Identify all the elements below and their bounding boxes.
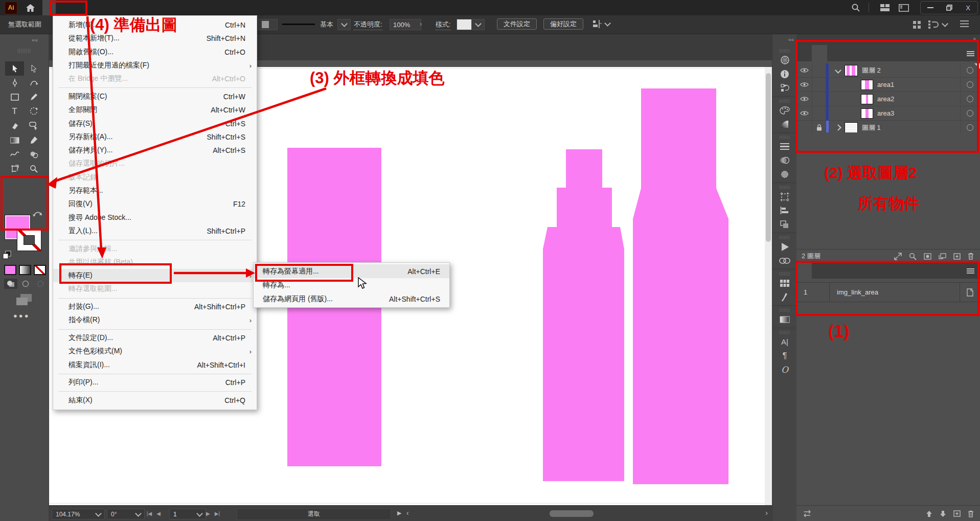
scroll-left-icon[interactable]: ‹ [406,509,409,517]
artboard-panel-icon[interactable] [772,190,797,203]
collect-export-icon[interactable] [894,253,902,260]
last-artboard-icon[interactable]: ▶| [215,511,220,516]
layer-row[interactable]: area1 [796,78,980,92]
draw-normal-icon[interactable] [4,279,17,289]
character-icon[interactable]: A| [772,335,797,349]
artwork-bottle-large[interactable] [633,88,728,484]
layer-name[interactable]: area2 [877,95,894,103]
draw-behind-icon[interactable] [19,279,32,289]
menu-item[interactable] [56,0,69,15]
file-menu-item[interactable]: 版本記錄 › [53,171,257,184]
stroke-color-swatch[interactable] [17,229,41,251]
links-icon[interactable] [772,254,797,267]
file-menu-item[interactable]: 封裝(G)... Alt+Shift+Ctrl+P › [53,300,257,313]
style-swatch[interactable] [457,19,473,30]
menu-item[interactable] [69,0,82,15]
fill-swatch-dropdown[interactable] [258,19,278,30]
gradient-bar-icon[interactable] [772,312,797,326]
opentype-icon[interactable]: O [772,363,797,376]
arrange-grid-icon[interactable] [913,21,921,29]
move-up-icon[interactable] [926,510,932,517]
export-submenu-item[interactable]: 轉存為螢幕適用... Alt+Ctrl+E [254,264,449,278]
info-icon[interactable] [772,67,797,81]
file-menu-item[interactable]: 儲存(S) Ctrl+S › [53,117,257,130]
type-tool[interactable]: T [5,104,24,119]
file-menu-item[interactable]: 文件色彩模式(M) › [53,345,257,358]
collapse-toolbar-icon[interactable]: «« [32,37,38,43]
rotation-dropdown[interactable]: 0° [107,509,145,519]
style-label[interactable]: 樣式: [436,20,451,30]
menu-item[interactable] [109,0,122,15]
stroke-preset-dropdown[interactable] [337,19,351,30]
expand-chevron-icon[interactable] [831,97,861,101]
file-menu-item[interactable]: 另存新檔(A)... Shift+Ctrl+S › [53,130,257,144]
pathfinder-icon[interactable] [772,217,797,231]
layer-name[interactable]: area3 [877,109,894,117]
brushes-icon[interactable] [772,290,797,304]
paintbrush-tool[interactable] [24,90,43,104]
panel-tab[interactable] [827,45,842,61]
document-setup-button[interactable]: 文件設定 [497,18,537,30]
first-artboard-icon[interactable]: |◀ [147,511,152,516]
expand-chevron-icon[interactable] [831,68,845,73]
opacity-value[interactable]: 100% [390,19,421,30]
swatches-icon[interactable] [772,276,797,290]
layer-thumbnail[interactable] [845,122,858,133]
dock-grip[interactable]: ||||||| [779,48,790,53]
edit-toolbar-dots[interactable]: ●●● [13,312,30,320]
artboards-panel-menu-icon[interactable] [967,267,975,275]
menu-item[interactable] [96,0,109,15]
menu-item[interactable] [42,0,56,15]
file-menu-item[interactable]: 回復(V) F12 › [53,197,257,211]
file-menu-item[interactable]: 檔案資訊(I)... Alt+Shift+Ctrl+I › [53,358,257,371]
gradient-icon[interactable] [772,117,797,131]
gradient-button[interactable] [19,265,31,275]
target-circle[interactable] [967,124,973,131]
minimize-icon[interactable] [921,2,940,14]
lock-icon[interactable] [812,106,826,120]
next-artboard-icon[interactable]: ▶ [206,511,210,516]
search-icon[interactable] [851,3,860,12]
delete-artboard-icon[interactable] [968,510,974,517]
file-menu-item[interactable]: 轉存選取範圍... › [53,282,257,296]
restore-icon[interactable] [940,2,959,14]
zoom-level-dropdown[interactable]: 104.17% [52,509,105,519]
eyedropper-tool[interactable] [24,133,43,147]
layer-row[interactable]: area3 [796,106,980,121]
move-down-icon[interactable] [940,510,946,517]
draw-inside-icon[interactable] [34,279,47,289]
visibility-eye-icon[interactable] [796,92,812,106]
stroke-preset[interactable]: 基本 [320,20,333,29]
collapse-panel-icon[interactable]: » [973,36,976,41]
layer-thumbnail[interactable] [845,65,858,76]
dock-grip[interactable]: ||||||| [779,271,790,276]
dock-grip[interactable]: ||||||| [779,185,790,190]
dock-grip[interactable]: ||||||| [779,98,790,103]
gradient-tool[interactable] [5,133,24,147]
close-icon[interactable]: X [959,2,977,14]
none-button[interactable] [34,265,46,275]
expand-chevron-icon[interactable] [831,82,861,87]
app-logo[interactable]: Ai [5,2,17,14]
lock-icon[interactable] [812,78,826,92]
align-dropdown[interactable] [592,20,610,28]
visibility-eye-icon[interactable] [796,106,812,120]
menu-item[interactable] [135,0,149,15]
curvature-tool[interactable] [24,76,43,90]
artboard-page-icon[interactable] [960,283,980,302]
target-circle[interactable] [967,96,973,102]
artboard-number-dropdown[interactable]: 1 [169,509,206,519]
artboard-tool[interactable] [5,162,24,176]
opacity-label[interactable]: 不透明度: [354,20,382,30]
style-dropdown[interactable] [471,19,485,30]
menu-item[interactable] [122,0,135,15]
home-icon[interactable] [26,4,35,12]
file-menu-item[interactable]: 置入(L)... Shift+Ctrl+P › [53,224,257,238]
target-circle[interactable] [967,81,973,88]
target-circle[interactable] [967,67,973,74]
swap-fill-stroke-icon[interactable] [32,212,42,220]
shape-builder-tool[interactable] [24,147,43,162]
screen-mode-icon[interactable] [15,293,33,306]
file-menu-item[interactable]: 儲存拷貝(Y)... Alt+Ctrl+S › [53,144,257,157]
workspace-grid-icon[interactable] [880,4,890,11]
